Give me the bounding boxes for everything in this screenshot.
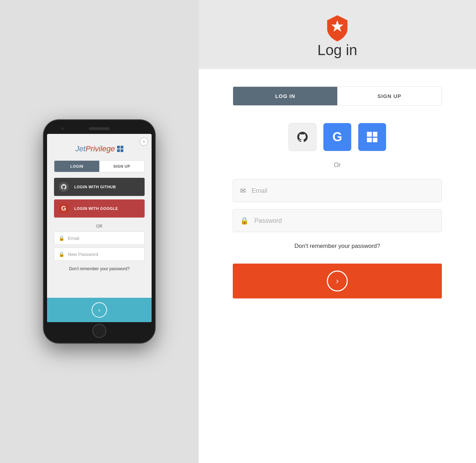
right-email-placeholder: Email <box>252 187 267 195</box>
right-next-icon: › <box>327 271 348 291</box>
phone-camera <box>61 127 64 130</box>
phone-speaker <box>89 127 110 130</box>
email-placeholder-text: Email <box>68 236 79 241</box>
right-password-placeholder: Password <box>254 217 282 225</box>
phone-home-button[interactable] <box>92 324 106 338</box>
phone-tab-login[interactable]: LOGIN <box>54 161 99 172</box>
windows-grid-icon <box>367 132 377 142</box>
right-social-icons: G <box>289 123 386 151</box>
phone-tab-signup[interactable]: SIGN UP <box>99 161 144 172</box>
phone-email-field[interactable]: 🔒 Email <box>54 232 145 245</box>
right-forgot-password[interactable]: Don't remember your password? <box>294 243 380 250</box>
forgot-password-link[interactable]: Don't remember your password? <box>69 266 130 271</box>
right-body: LOG IN SIGN UP G Or <box>199 69 476 463</box>
logo-privilege-text: Privilege <box>85 144 115 153</box>
right-or-divider: Or <box>334 161 341 169</box>
github-button-label: LOGIN WITH GITHUB <box>74 185 116 189</box>
right-google-button[interactable]: G <box>323 123 351 151</box>
phone-password-field[interactable]: 🔒 New Password <box>54 248 145 261</box>
lock2-icon: 🔒 <box>59 251 64 257</box>
right-header: Log in <box>199 0 476 69</box>
right-lock-icon: 🔒 <box>240 217 249 225</box>
screen-content: JetPrivilege LOGIN SIGN UP <box>47 134 152 298</box>
right-submit-button[interactable]: › <box>233 264 442 298</box>
or-divider: OR <box>96 224 102 229</box>
right-tab-login[interactable]: LOG IN <box>233 87 337 105</box>
logo-grid-icon <box>117 146 123 152</box>
phone-submit-area: › <box>47 298 152 322</box>
phone-bottom-bar <box>47 322 152 340</box>
right-tab-signup[interactable]: SIGN UP <box>337 87 442 105</box>
left-panel: × JetPrivilege LOGIN SIGN UP <box>0 0 199 463</box>
google-g-icon: G <box>332 130 342 144</box>
right-tab-group: LOG IN SIGN UP <box>233 86 442 106</box>
right-title: Log in <box>317 42 357 59</box>
right-github-button[interactable] <box>289 123 316 151</box>
logo-jet-text: Jet <box>75 144 85 153</box>
github-icon <box>59 182 69 192</box>
jetprivilege-logo: JetPrivilege <box>75 144 123 153</box>
right-windows-button[interactable] <box>358 123 386 151</box>
right-panel: Log in LOG IN SIGN UP G <box>199 0 476 463</box>
google-button-label: LOGIN WITH GOOGLE <box>74 206 118 211</box>
phone-screen: × JetPrivilege LOGIN SIGN UP <box>47 134 152 322</box>
password-placeholder-text: New Password <box>68 252 98 257</box>
google-icon: G <box>59 204 69 213</box>
right-password-field[interactable]: 🔒 Password <box>233 209 442 232</box>
phone-tab-group: LOGIN SIGN UP <box>54 160 145 172</box>
phone-next-button[interactable]: › <box>92 302 107 318</box>
google-login-button[interactable]: G LOGIN WITH GOOGLE <box>54 199 145 218</box>
phone-mockup: × JetPrivilege LOGIN SIGN UP <box>44 120 155 343</box>
right-email-field[interactable]: ✉ Email <box>233 179 442 202</box>
github-login-button[interactable]: LOGIN WITH GITHUB <box>54 178 145 196</box>
close-button[interactable]: × <box>140 137 148 146</box>
email-icon: ✉ <box>240 187 246 195</box>
shield-logo <box>323 14 351 42</box>
lock-icon: 🔒 <box>59 235 64 241</box>
phone-top-bar <box>47 123 152 134</box>
